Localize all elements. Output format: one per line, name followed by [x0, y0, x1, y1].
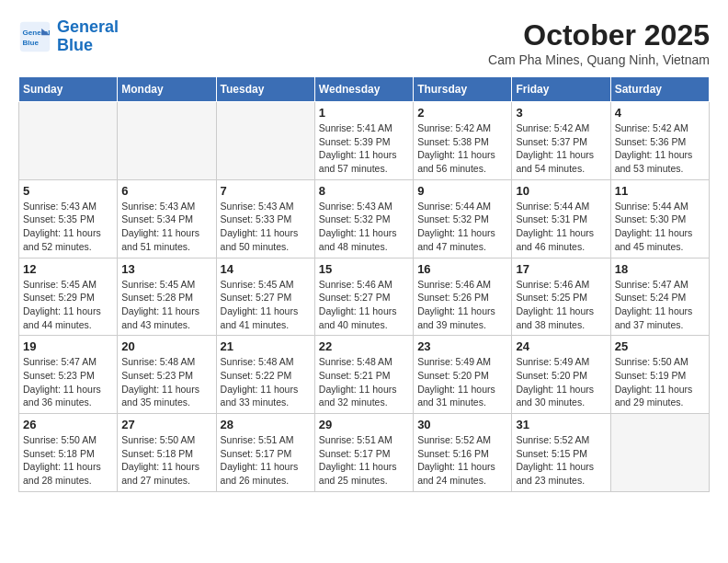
day-number: 30: [417, 418, 507, 431]
day-info: Sunrise: 5:44 AM Sunset: 5:30 PM Dayligh…: [615, 200, 705, 254]
day-info: Sunrise: 5:42 AM Sunset: 5:38 PM Dayligh…: [417, 121, 507, 176]
calendar-cell: 21Sunrise: 5:48 AM Sunset: 5:22 PM Dayli…: [216, 336, 314, 414]
calendar-cell: 15Sunrise: 5:46 AM Sunset: 5:27 PM Dayli…: [314, 258, 413, 336]
title-block: October 2025 Cam Pha Mines, Quang Ninh, …: [488, 18, 710, 67]
day-number: 19: [23, 339, 113, 353]
calendar-cell: 7Sunrise: 5:43 AM Sunset: 5:33 PM Daylig…: [216, 179, 314, 258]
weekday-header-thursday: Thursday: [414, 77, 512, 102]
day-info: Sunrise: 5:48 AM Sunset: 5:23 PM Dayligh…: [121, 355, 211, 409]
day-number: 10: [516, 184, 606, 198]
day-info: Sunrise: 5:43 AM Sunset: 5:33 PM Dayligh…: [221, 200, 311, 254]
calendar-cell: 26Sunrise: 5:50 AM Sunset: 5:18 PM Dayli…: [19, 414, 118, 492]
day-info: Sunrise: 5:45 AM Sunset: 5:29 PM Dayligh…: [23, 278, 113, 332]
day-info: Sunrise: 5:43 AM Sunset: 5:35 PM Dayligh…: [23, 200, 113, 254]
weekday-header-saturday: Saturday: [610, 77, 709, 102]
calendar-cell: 16Sunrise: 5:46 AM Sunset: 5:26 PM Dayli…: [414, 258, 512, 336]
day-info: Sunrise: 5:46 AM Sunset: 5:25 PM Dayligh…: [516, 278, 606, 332]
weekday-header-sunday: Sunday: [19, 77, 118, 102]
calendar-cell: 29Sunrise: 5:51 AM Sunset: 5:17 PM Dayli…: [314, 414, 413, 492]
day-info: Sunrise: 5:44 AM Sunset: 5:31 PM Dayligh…: [516, 200, 606, 254]
calendar-cell: 4Sunrise: 5:42 AM Sunset: 5:36 PM Daylig…: [610, 102, 709, 180]
day-info: Sunrise: 5:52 AM Sunset: 5:16 PM Dayligh…: [417, 433, 507, 488]
weekday-header-wednesday: Wednesday: [314, 77, 413, 102]
calendar-cell: [216, 102, 314, 180]
day-info: Sunrise: 5:43 AM Sunset: 5:34 PM Dayligh…: [121, 200, 211, 254]
page-header: General Blue GeneralBlue October 2025 Ca…: [18, 18, 710, 67]
day-number: 13: [121, 262, 211, 276]
day-info: Sunrise: 5:42 AM Sunset: 5:36 PM Dayligh…: [615, 121, 705, 176]
day-info: Sunrise: 5:44 AM Sunset: 5:32 PM Dayligh…: [417, 200, 507, 254]
calendar-week-4: 26Sunrise: 5:50 AM Sunset: 5:18 PM Dayli…: [19, 414, 710, 492]
calendar-cell: 1Sunrise: 5:41 AM Sunset: 5:39 PM Daylig…: [314, 102, 413, 180]
day-info: Sunrise: 5:50 AM Sunset: 5:18 PM Dayligh…: [121, 433, 211, 488]
calendar-cell: 11Sunrise: 5:44 AM Sunset: 5:30 PM Dayli…: [610, 179, 709, 258]
day-number: 28: [221, 418, 311, 431]
logo-text: GeneralBlue: [57, 18, 119, 55]
location-subtitle: Cam Pha Mines, Quang Ninh, Vietnam: [488, 52, 710, 67]
weekday-header-friday: Friday: [512, 77, 610, 102]
day-info: Sunrise: 5:49 AM Sunset: 5:20 PM Dayligh…: [417, 355, 507, 409]
calendar-cell: [19, 102, 118, 180]
day-number: 2: [417, 106, 507, 120]
day-info: Sunrise: 5:51 AM Sunset: 5:17 PM Dayligh…: [319, 433, 409, 488]
calendar-cell: 6Sunrise: 5:43 AM Sunset: 5:34 PM Daylig…: [118, 179, 216, 258]
day-info: Sunrise: 5:48 AM Sunset: 5:21 PM Dayligh…: [319, 355, 409, 409]
calendar-cell: 27Sunrise: 5:50 AM Sunset: 5:18 PM Dayli…: [118, 414, 216, 492]
logo: General Blue GeneralBlue: [18, 18, 119, 55]
day-number: 9: [417, 184, 507, 198]
day-number: 17: [516, 262, 606, 276]
calendar-cell: 22Sunrise: 5:48 AM Sunset: 5:21 PM Dayli…: [314, 336, 413, 414]
weekday-header-tuesday: Tuesday: [216, 77, 314, 102]
calendar-week-3: 19Sunrise: 5:47 AM Sunset: 5:23 PM Dayli…: [19, 336, 710, 414]
calendar-cell: 20Sunrise: 5:48 AM Sunset: 5:23 PM Dayli…: [118, 336, 216, 414]
day-number: 12: [23, 262, 113, 276]
calendar-cell: 10Sunrise: 5:44 AM Sunset: 5:31 PM Dayli…: [512, 179, 610, 258]
day-number: 24: [516, 339, 606, 353]
calendar-cell: [610, 414, 709, 492]
day-info: Sunrise: 5:49 AM Sunset: 5:20 PM Dayligh…: [516, 355, 606, 409]
day-info: Sunrise: 5:41 AM Sunset: 5:39 PM Dayligh…: [319, 121, 409, 176]
day-number: 11: [615, 184, 705, 198]
calendar-cell: 18Sunrise: 5:47 AM Sunset: 5:24 PM Dayli…: [610, 258, 709, 336]
day-number: 16: [417, 262, 507, 276]
day-number: 21: [221, 339, 311, 353]
weekday-header-row: SundayMondayTuesdayWednesdayThursdayFrid…: [19, 77, 710, 102]
calendar-cell: 30Sunrise: 5:52 AM Sunset: 5:16 PM Dayli…: [414, 414, 512, 492]
calendar-cell: 24Sunrise: 5:49 AM Sunset: 5:20 PM Dayli…: [512, 336, 610, 414]
calendar-cell: 13Sunrise: 5:45 AM Sunset: 5:28 PM Dayli…: [118, 258, 216, 336]
day-number: 31: [516, 418, 606, 431]
calendar-week-0: 1Sunrise: 5:41 AM Sunset: 5:39 PM Daylig…: [19, 102, 710, 180]
day-number: 6: [121, 184, 211, 198]
calendar-cell: 5Sunrise: 5:43 AM Sunset: 5:35 PM Daylig…: [19, 179, 118, 258]
day-info: Sunrise: 5:51 AM Sunset: 5:17 PM Dayligh…: [221, 433, 311, 488]
calendar-cell: 12Sunrise: 5:45 AM Sunset: 5:29 PM Dayli…: [19, 258, 118, 336]
calendar-table: SundayMondayTuesdayWednesdayThursdayFrid…: [18, 76, 710, 492]
day-number: 15: [319, 262, 409, 276]
calendar-cell: 23Sunrise: 5:49 AM Sunset: 5:20 PM Dayli…: [414, 336, 512, 414]
day-number: 22: [319, 339, 409, 353]
day-info: Sunrise: 5:42 AM Sunset: 5:37 PM Dayligh…: [516, 121, 606, 176]
day-info: Sunrise: 5:47 AM Sunset: 5:24 PM Dayligh…: [615, 278, 705, 332]
calendar-cell: 14Sunrise: 5:45 AM Sunset: 5:27 PM Dayli…: [216, 258, 314, 336]
day-number: 27: [121, 418, 211, 431]
calendar-cell: 3Sunrise: 5:42 AM Sunset: 5:37 PM Daylig…: [512, 102, 610, 180]
day-number: 23: [417, 339, 507, 353]
day-info: Sunrise: 5:50 AM Sunset: 5:19 PM Dayligh…: [615, 355, 705, 409]
day-number: 14: [221, 262, 311, 276]
day-number: 18: [615, 262, 705, 276]
day-number: 25: [615, 339, 705, 353]
logo-icon: General Blue: [18, 20, 51, 53]
day-info: Sunrise: 5:48 AM Sunset: 5:22 PM Dayligh…: [221, 355, 311, 409]
calendar-week-2: 12Sunrise: 5:45 AM Sunset: 5:29 PM Dayli…: [19, 258, 710, 336]
calendar-cell: 31Sunrise: 5:52 AM Sunset: 5:15 PM Dayli…: [512, 414, 610, 492]
calendar-cell: 25Sunrise: 5:50 AM Sunset: 5:19 PM Dayli…: [610, 336, 709, 414]
day-number: 26: [23, 418, 113, 431]
calendar-cell: 17Sunrise: 5:46 AM Sunset: 5:25 PM Dayli…: [512, 258, 610, 336]
day-info: Sunrise: 5:46 AM Sunset: 5:27 PM Dayligh…: [319, 278, 409, 332]
day-number: 20: [121, 339, 211, 353]
day-number: 8: [319, 184, 409, 198]
day-number: 7: [221, 184, 311, 198]
month-title: October 2025: [488, 18, 710, 52]
day-info: Sunrise: 5:46 AM Sunset: 5:26 PM Dayligh…: [417, 278, 507, 332]
day-info: Sunrise: 5:50 AM Sunset: 5:18 PM Dayligh…: [23, 433, 113, 488]
